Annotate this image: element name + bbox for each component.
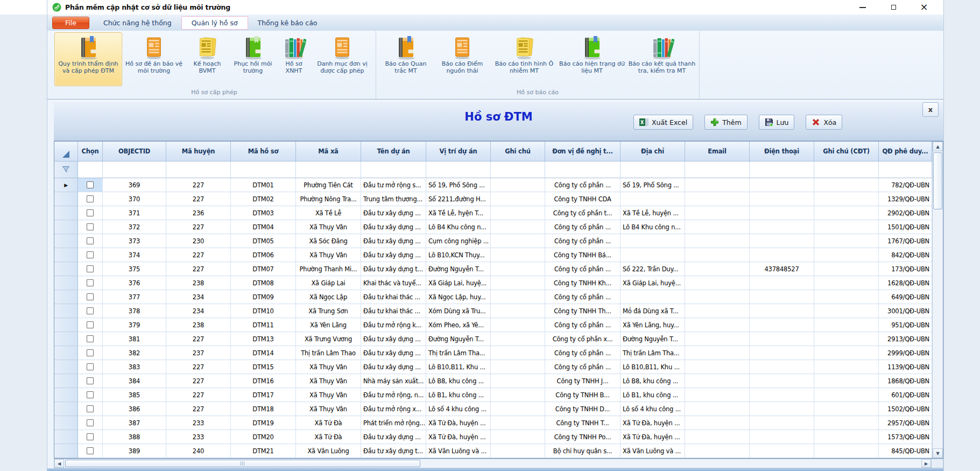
cell-ma_huyen[interactable]: 227	[166, 262, 231, 276]
cell-ma_huyen[interactable]: 227	[166, 374, 231, 388]
cell-qd[interactable]: 1502/QĐ-UBN	[879, 402, 932, 416]
cell-ma_ho_so[interactable]: DTM20	[231, 430, 296, 444]
cell-objectid[interactable]: 389	[103, 444, 166, 458]
filter-cell-ghi_chu[interactable]	[491, 161, 545, 178]
cell-ma_ho_so[interactable]: DTM10	[231, 304, 296, 318]
cell-vi_tri[interactable]: Đường Nguyễn T...	[426, 332, 491, 346]
cell-ghi_chu_cdt[interactable]	[814, 206, 879, 220]
column-header-ma_ho_so[interactable]: Mã hồ sơ	[231, 142, 296, 161]
cell-email[interactable]	[685, 234, 750, 248]
cell-objectid[interactable]: 383	[103, 360, 166, 374]
cell-ghi_chu_cdt[interactable]	[814, 402, 879, 416]
cell-email[interactable]	[685, 388, 750, 402]
cell-qd[interactable]: 782/QĐ-UBN	[879, 178, 932, 192]
cell-chon[interactable]	[78, 178, 103, 192]
cell-ma_huyen[interactable]: 233	[166, 416, 231, 430]
cell-qd[interactable]: 1329/QĐ-UBN	[879, 192, 932, 206]
cell-ghi_chu[interactable]	[491, 304, 545, 318]
cell-ma_huyen[interactable]: 227	[166, 220, 231, 234]
cell-email[interactable]	[685, 290, 750, 304]
row-checkbox[interactable]	[87, 405, 94, 412]
cell-dien_thoai[interactable]	[750, 444, 814, 458]
cell-dien_thoai[interactable]	[750, 192, 814, 206]
cell-ghi_chu[interactable]	[491, 430, 545, 444]
cell-vi_tri[interactable]: Xã Tử Đà, huyện ...	[426, 430, 491, 444]
cell-ma_huyen[interactable]: 238	[166, 318, 231, 332]
cell-email[interactable]	[685, 346, 750, 360]
cell-ma_ho_so[interactable]: DTM11	[231, 318, 296, 332]
cell-ma_xa[interactable]: Xã Thụy Vân	[296, 248, 361, 262]
cell-ten_du_an[interactable]: Đầu tư khai thác ...	[361, 290, 426, 304]
cell-don_vi[interactable]: Công ty cổ phần ...	[545, 234, 621, 248]
cell-ma_xa[interactable]: Phường Nông Tra...	[296, 192, 361, 206]
cell-objectid[interactable]: 372	[103, 220, 166, 234]
cell-ghi_chu[interactable]	[491, 346, 545, 360]
vertical-scroll-track[interactable]	[933, 151, 943, 448]
cell-vi_tri[interactable]: Thị trấn Lâm Tha...	[426, 346, 491, 360]
cell-ghi_chu_cdt[interactable]	[814, 234, 879, 248]
cell-ten_du_an[interactable]: Đầu tư xây dựng t...	[361, 262, 426, 276]
cell-ten_du_an[interactable]: Đầu tư xây dựng ...	[361, 248, 426, 262]
cell-ten_du_an[interactable]: Đầu tư xây dựng ...	[361, 346, 426, 360]
column-header-ma_huyen[interactable]: Mã huyện	[166, 142, 231, 161]
cell-dien_thoai[interactable]	[750, 416, 814, 430]
cell-ghi_chu[interactable]	[491, 388, 545, 402]
cell-dia_chi[interactable]: Số 222, Trần Duy...	[621, 262, 685, 276]
cell-ma_ho_so[interactable]: DTM07	[231, 262, 296, 276]
cell-ghi_chu_cdt[interactable]	[814, 304, 879, 318]
cell-ten_du_an[interactable]: Đầu tư khai thác ...	[361, 304, 426, 318]
cell-ten_du_an[interactable]: Đầu tư xây dựng ...	[361, 430, 426, 444]
column-header-ind[interactable]	[54, 142, 78, 161]
cell-vi_tri[interactable]: Xã Tề Lễ, hyện T...	[426, 206, 491, 220]
cell-objectid[interactable]: 376	[103, 276, 166, 290]
cell-dien_thoai[interactable]	[750, 360, 814, 374]
cell-ma_xa[interactable]: Xã Ngọc Lập	[296, 290, 361, 304]
cell-ghi_chu[interactable]	[491, 360, 545, 374]
cell-vi_tri[interactable]: Xóm Dùng xã Tru...	[426, 304, 491, 318]
close-button[interactable]: ×	[918, 1, 930, 13]
cell-objectid[interactable]: 379	[103, 318, 166, 332]
cell-dien_thoai[interactable]	[750, 304, 814, 318]
panel-close-button[interactable]: x	[922, 102, 939, 117]
cell-chon[interactable]	[78, 206, 103, 220]
cell-email[interactable]	[685, 220, 750, 234]
cell-vi_tri[interactable]: Lô B4 Khu công n...	[426, 220, 491, 234]
cell-dien_thoai[interactable]	[750, 220, 814, 234]
cell-objectid[interactable]: 384	[103, 374, 166, 388]
cell-don_vi[interactable]: Công ty TNHH D...	[545, 402, 621, 416]
column-header-ghi_chu_cdt[interactable]: Ghi chú (CĐT)	[814, 142, 879, 161]
cell-qd[interactable]: 2902/QĐ-UBN	[879, 206, 932, 220]
cell-ghi_chu[interactable]	[491, 416, 545, 430]
filter-cell-dia_chi[interactable]	[621, 161, 685, 178]
cell-ma_xa[interactable]: Xã Thụy Vân	[296, 360, 361, 374]
cell-ghi_chu[interactable]	[491, 192, 545, 206]
column-header-ten_du_an[interactable]: Tên dự án	[361, 142, 426, 161]
tab-file[interactable]: File	[52, 17, 89, 29]
cell-dien_thoai[interactable]	[750, 332, 814, 346]
cell-ma_ho_so[interactable]: DTM16	[231, 374, 296, 388]
cell-don_vi[interactable]: Bộ chỉ huy quân s...	[545, 444, 621, 458]
ribbon-item-0-3[interactable]: Phục hồi môi trường	[229, 32, 277, 86]
cell-chon[interactable]	[78, 318, 103, 332]
cell-ma_huyen[interactable]: 230	[166, 234, 231, 248]
cell-don_vi[interactable]: Công ty cổ phần ...	[545, 262, 621, 276]
cell-don_vi[interactable]: Công ty cổ phần ...	[545, 318, 621, 332]
minimize-button[interactable]	[856, 1, 869, 13]
cell-ghi_chu[interactable]	[491, 290, 545, 304]
cell-email[interactable]	[685, 206, 750, 220]
filter-cell-dien_thoai[interactable]	[750, 161, 814, 178]
cell-vi_tri[interactable]: Đường Nguyễn T...	[426, 262, 491, 276]
scroll-down-button[interactable]: ▼	[933, 448, 943, 458]
horizontal-scrollbar[interactable]: ◀ ▶	[54, 459, 943, 468]
ribbon-item-0-1[interactable]: Hồ sơ đề án bảo vệ môi trường	[122, 32, 186, 86]
cell-vi_tri[interactable]: Lô B10,KCN Thụy...	[426, 248, 491, 262]
vertical-scrollbar[interactable]: ▲ ▼	[932, 142, 943, 458]
ribbon-item-0-0[interactable]: Quy trình thẩm định và cấp phép ĐTM	[54, 32, 122, 86]
cell-ghi_chu_cdt[interactable]	[814, 192, 879, 206]
cell-don_vi[interactable]: Công ty cổ phần ...	[545, 360, 621, 374]
ribbon-item-1-2[interactable]: Báo cáo tình hình Ô nhiễm MT	[491, 32, 558, 86]
cell-ghi_chu[interactable]	[491, 220, 545, 234]
cell-ma_ho_so[interactable]: DTM04	[231, 220, 296, 234]
cell-objectid[interactable]: 385	[103, 388, 166, 402]
cell-chon[interactable]	[78, 262, 103, 276]
